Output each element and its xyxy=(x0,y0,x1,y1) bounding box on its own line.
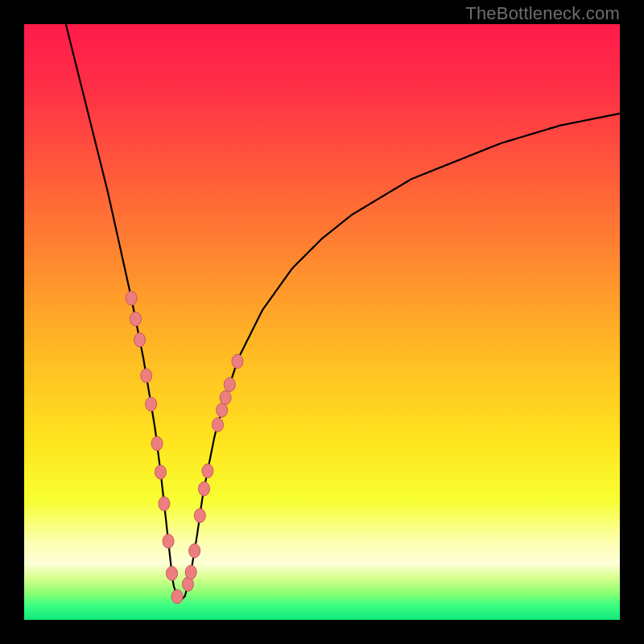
bead-icon xyxy=(202,464,213,478)
bottleneck-curve xyxy=(66,24,620,601)
bead-icon xyxy=(163,535,174,549)
watermark-text: TheBottleneck.com xyxy=(465,3,620,24)
bead-icon xyxy=(194,509,205,523)
bead-icon xyxy=(232,354,243,369)
bead-icon xyxy=(155,465,166,480)
bead-icon xyxy=(151,436,163,451)
bead-icon xyxy=(224,378,235,392)
bead-icon xyxy=(167,567,178,581)
bead-icon xyxy=(220,390,231,405)
bead-icon xyxy=(146,397,157,411)
bead-icon xyxy=(189,543,200,558)
curve-layer xyxy=(24,24,620,620)
bead-icon xyxy=(130,312,141,327)
bead-icon xyxy=(213,418,224,432)
bead-icon xyxy=(171,589,183,604)
bead-icon xyxy=(198,481,209,496)
chart-frame: TheBottleneck.com xyxy=(0,0,644,644)
bead-icon xyxy=(185,565,196,580)
bead-icon xyxy=(141,369,152,383)
plot-area xyxy=(24,24,620,620)
bead-icon xyxy=(217,403,228,418)
bead-icon xyxy=(126,291,137,306)
bead-group xyxy=(126,291,243,604)
bead-icon xyxy=(134,332,146,347)
bead-icon xyxy=(159,497,170,511)
